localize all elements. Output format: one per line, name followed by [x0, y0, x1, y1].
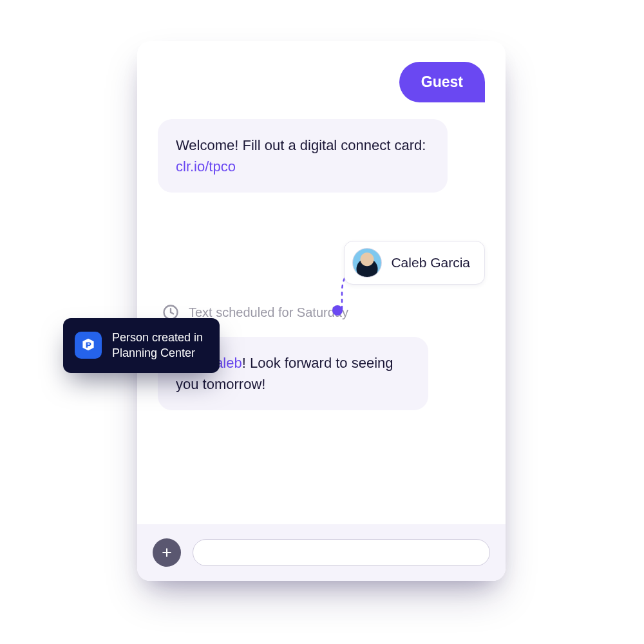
- welcome-text: Welcome! Fill out a digital connect card…: [176, 137, 426, 153]
- plus-icon: [160, 546, 173, 559]
- connector-dot: [332, 305, 343, 316]
- toast-line1: Person created in: [112, 331, 203, 344]
- toast-line2: Planning Center: [112, 346, 195, 359]
- message-bubble-welcome: Welcome! Fill out a digital connect card…: [158, 119, 448, 193]
- contact-card[interactable]: Caleb Garcia: [344, 241, 485, 285]
- compose-bar: [137, 524, 506, 581]
- message-input[interactable]: [193, 539, 490, 566]
- chat-card: Guest Welcome! Fill out a digital connec…: [137, 41, 506, 581]
- schedule-text: Text scheduled for Saturday: [189, 305, 348, 320]
- contact-name: Caleb Garcia: [391, 255, 470, 270]
- guest-chip[interactable]: Guest: [399, 62, 485, 102]
- connect-card-link[interactable]: clr.io/tpco: [176, 158, 236, 175]
- toast-text: Person created in Planning Center: [112, 330, 203, 361]
- add-button[interactable]: [153, 538, 181, 567]
- chip-row: Guest: [158, 62, 485, 102]
- avatar: [352, 248, 382, 278]
- planning-center-icon: [75, 332, 102, 359]
- creation-toast: Person created in Planning Center: [63, 318, 220, 373]
